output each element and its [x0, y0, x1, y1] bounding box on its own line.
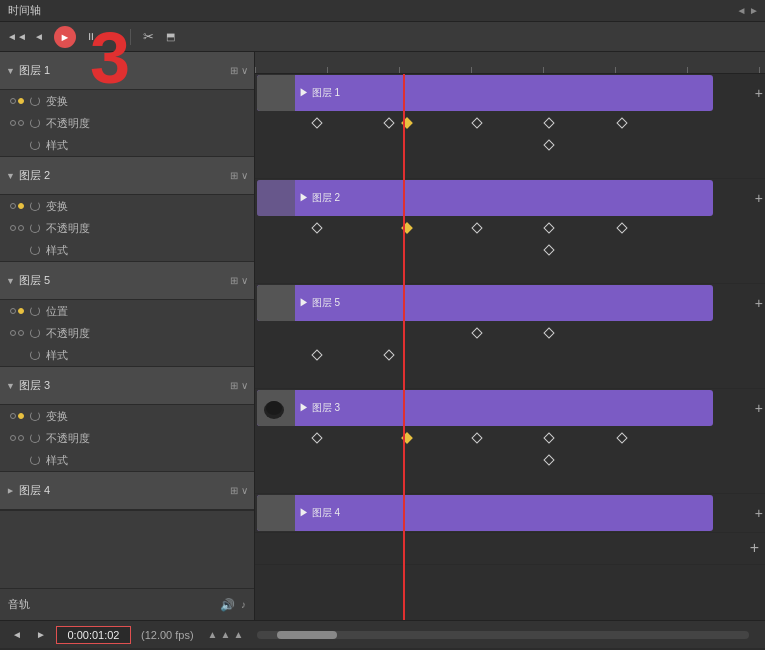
track-clip-layer1[interactable]: ▶ 图层 1	[257, 75, 713, 111]
kf-l3-t5[interactable]	[616, 432, 627, 443]
r2[interactable]	[30, 201, 40, 211]
track-layer1-bar: ▶ 图层 1 +	[255, 74, 765, 112]
track-add-layer2[interactable]: +	[755, 190, 763, 206]
kf-l3-t4[interactable]	[543, 432, 554, 443]
layer-4-arrow[interactable]: ▼	[5, 486, 15, 495]
pause-button[interactable]: ⏸	[82, 28, 100, 46]
audio-add-button[interactable]: +	[750, 539, 759, 557]
layer-2-name: 图层 2	[19, 168, 50, 183]
layer-3-options[interactable]: ⊞ ∨	[230, 380, 248, 391]
layer-2-arrow[interactable]: ▼	[6, 171, 15, 181]
track-row-layer2: ▶ 图层 2 +	[255, 179, 765, 284]
scissors-button[interactable]: ✂	[139, 28, 157, 46]
layer-5-header[interactable]: ▼ 图层 5 ⊞ ∨	[0, 262, 254, 300]
kf-l3-t2[interactable]	[401, 432, 412, 443]
refresh-icon-style[interactable]	[30, 140, 40, 150]
layer-4-options[interactable]: ⊞ ∨	[230, 485, 248, 496]
r7[interactable]	[30, 350, 40, 360]
track-clip-layer4[interactable]: ▶ 图层 4	[257, 495, 713, 531]
kf-l2-o1[interactable]	[543, 244, 554, 255]
kf-l1-t2[interactable]	[383, 117, 394, 128]
layer-group-1: ▼ 图层 1 ⊞ ∨ 变换 不透明度	[0, 52, 254, 157]
layer-1-header[interactable]: ▼ 图层 1 ⊞ ∨	[0, 52, 254, 90]
refresh-icon[interactable]	[30, 96, 40, 106]
layer-1-arrow[interactable]: ▼	[6, 66, 15, 76]
track-clip-layer2[interactable]: ▶ 图层 2	[257, 180, 713, 216]
l5-position: 位置	[46, 304, 68, 319]
mountain-icon[interactable]: ▲	[208, 629, 218, 640]
kf-l5-o1[interactable]	[311, 349, 322, 360]
r3[interactable]	[30, 223, 40, 233]
track-layer5-bar: ▶ 图层 5 +	[255, 284, 765, 322]
layer-3-header[interactable]: ▼ 图层 3 ⊞ ∨	[0, 367, 254, 405]
title-bar: 时间轴 ◄ ►	[0, 0, 765, 22]
skip-back-button[interactable]: ◄◄	[8, 28, 26, 46]
kf-l1-t6[interactable]	[616, 117, 627, 128]
kf-l1-t3[interactable]	[401, 117, 412, 128]
track-add-layer3[interactable]: +	[755, 400, 763, 416]
step-back-button[interactable]: ◄	[30, 28, 48, 46]
kf-l3-t1[interactable]	[311, 432, 322, 443]
audio-music-icon[interactable]: ♪	[241, 599, 246, 610]
kf-l3-o1[interactable]	[543, 454, 554, 465]
kf-l1-o1[interactable]	[543, 139, 554, 150]
clip-label-layer3: ▶ 图层 3	[295, 401, 340, 415]
clip-thumb-layer5	[257, 285, 295, 321]
divider	[130, 29, 131, 45]
layer-2-header[interactable]: ▼ 图层 2 ⊞ ∨	[0, 157, 254, 195]
kf-l1-t1[interactable]	[311, 117, 322, 128]
kf-l2-t3[interactable]	[471, 222, 482, 233]
track-clip-layer3[interactable]: ▶ 图层 3	[257, 390, 713, 426]
track-clip-layer5[interactable]: ▶ 图层 5	[257, 285, 713, 321]
track-add-layer5[interactable]: +	[755, 295, 763, 311]
dot2	[18, 98, 24, 104]
mountain3-icon[interactable]: ▲	[233, 629, 243, 640]
kf-l2-t2[interactable]	[401, 222, 412, 233]
timeline-ruler[interactable]: 0006f01:00f06f02:00f06f03:00f06f	[255, 52, 765, 74]
kf-l2-t5[interactable]	[616, 222, 627, 233]
layer-3-arrow[interactable]: ▼	[6, 381, 15, 391]
layer-1-options[interactable]: ⊞ ∨	[230, 65, 248, 76]
kf-l2-t4[interactable]	[543, 222, 554, 233]
bottom-step-fwd[interactable]: ►	[32, 626, 50, 644]
kf-l5-p1[interactable]	[471, 327, 482, 338]
r6[interactable]	[30, 328, 40, 338]
audio-speaker-icon[interactable]: 🔊	[220, 598, 235, 612]
collapse-arrows[interactable]: ◄ ►	[736, 5, 759, 16]
mountain2-icon[interactable]: ▲	[221, 629, 231, 640]
track-add-layer1[interactable]: +	[755, 85, 763, 101]
play-button[interactable]: ►	[54, 26, 76, 48]
r8[interactable]	[30, 411, 40, 421]
refresh-icon-opacity[interactable]	[30, 118, 40, 128]
r10[interactable]	[30, 455, 40, 465]
kf-l5-p2[interactable]	[543, 327, 554, 338]
tracks-container: ▶ 图层 1 +	[255, 74, 765, 620]
horizontal-scrollbar[interactable]	[257, 631, 749, 639]
r9[interactable]	[30, 433, 40, 443]
layer-5-arrow[interactable]: ▼	[6, 276, 15, 286]
kf-l2-t1[interactable]	[311, 222, 322, 233]
dot11	[10, 330, 16, 336]
l3-transform: 变换	[46, 409, 68, 424]
kf-l1-t4[interactable]	[471, 117, 482, 128]
kf-l3-t3[interactable]	[471, 432, 482, 443]
layer-2-options[interactable]: ⊞ ∨	[230, 170, 248, 181]
skip-forward-button[interactable]: ►►	[104, 28, 122, 46]
layer-5-options[interactable]: ⊞ ∨	[230, 275, 248, 286]
track-add-layer4[interactable]: +	[755, 505, 763, 521]
kf-l1-t5[interactable]	[543, 117, 554, 128]
r5[interactable]	[30, 306, 40, 316]
r4[interactable]	[30, 245, 40, 255]
opacity-label: 不透明度	[46, 116, 90, 131]
clip-label-layer1: ▶ 图层 1	[295, 86, 340, 100]
kf-l5-o2[interactable]	[383, 349, 394, 360]
track-prop-opacity3	[255, 449, 765, 471]
timecode-display[interactable]: 0:00:01:02	[56, 626, 131, 644]
layer-4-header[interactable]: ▼ 图层 4 ⊞ ∨	[0, 472, 254, 510]
layer-1-transform: 变换	[0, 90, 254, 112]
layer-1-transform-dots	[10, 98, 24, 104]
export-button[interactable]: ⬒	[161, 28, 179, 46]
l2-style: 样式	[46, 243, 68, 258]
scroll-thumb[interactable]	[277, 631, 337, 639]
bottom-step-back[interactable]: ◄	[8, 626, 26, 644]
